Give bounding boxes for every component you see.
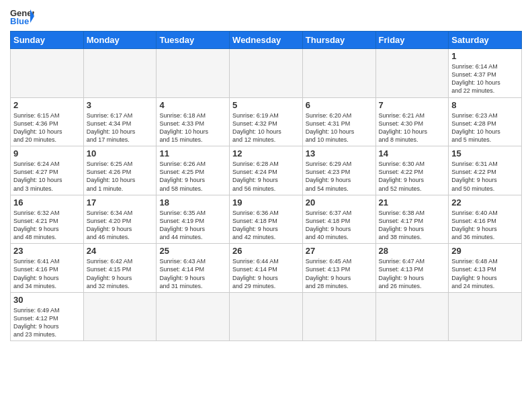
- day-number: 14: [379, 148, 446, 158]
- calendar-cell-w1-d5: 7Sunrise: 6:21 AM Sunset: 4:30 PM Daylig…: [375, 97, 449, 146]
- calendar-cell-w5-d3: [230, 292, 303, 341]
- day-number: 19: [232, 197, 300, 208]
- day-number: 11: [159, 148, 226, 158]
- day-info: Sunrise: 6:29 AM Sunset: 4:23 PM Dayligh…: [306, 160, 373, 193]
- calendar-cell-w5-d2: [157, 292, 230, 341]
- day-info: Sunrise: 6:25 AM Sunset: 4:26 PM Dayligh…: [87, 160, 154, 193]
- calendar-cell-w3-d6: 22Sunrise: 6:40 AM Sunset: 4:16 PM Dayli…: [449, 195, 522, 244]
- svg-text:Blue: Blue: [10, 16, 29, 26]
- day-number: 27: [306, 246, 373, 256]
- day-info: Sunrise: 6:43 AM Sunset: 4:14 PM Dayligh…: [159, 257, 226, 290]
- day-info: Sunrise: 6:20 AM Sunset: 4:31 PM Dayligh…: [306, 111, 373, 144]
- logo: General Blue: [10, 7, 34, 26]
- day-info: Sunrise: 6:30 AM Sunset: 4:22 PM Dayligh…: [379, 160, 446, 193]
- day-info: Sunrise: 6:37 AM Sunset: 4:18 PM Dayligh…: [306, 209, 373, 242]
- calendar-header-monday: Monday: [83, 32, 157, 49]
- calendar-week-4: 23Sunrise: 6:41 AM Sunset: 4:16 PM Dayli…: [11, 244, 522, 293]
- day-info: Sunrise: 6:41 AM Sunset: 4:16 PM Dayligh…: [13, 257, 81, 290]
- day-number: 7: [379, 100, 446, 110]
- calendar-cell-w2-d4: 13Sunrise: 6:29 AM Sunset: 4:23 PM Dayli…: [302, 146, 375, 195]
- calendar-cell-w0-d2: [157, 49, 230, 98]
- day-info: Sunrise: 6:24 AM Sunset: 4:27 PM Dayligh…: [13, 160, 81, 193]
- calendar-week-2: 9Sunrise: 6:24 AM Sunset: 4:27 PM Daylig…: [11, 146, 522, 195]
- calendar-cell-w5-d1: [83, 292, 157, 341]
- calendar-cell-w1-d0: 2Sunrise: 6:15 AM Sunset: 4:36 PM Daylig…: [11, 97, 84, 146]
- day-number: 12: [232, 148, 300, 158]
- calendar-week-5: 30Sunrise: 6:49 AM Sunset: 4:12 PM Dayli…: [11, 292, 522, 341]
- day-info: Sunrise: 6:34 AM Sunset: 4:20 PM Dayligh…: [87, 209, 154, 242]
- calendar-cell-w0-d1: [83, 49, 157, 98]
- day-info: Sunrise: 6:38 AM Sunset: 4:17 PM Dayligh…: [379, 209, 446, 242]
- calendar-cell-w1-d6: 8Sunrise: 6:23 AM Sunset: 4:28 PM Daylig…: [449, 97, 522, 146]
- calendar-header-sunday: Sunday: [11, 32, 84, 49]
- day-number: 28: [379, 246, 446, 256]
- calendar-cell-w3-d4: 20Sunrise: 6:37 AM Sunset: 4:18 PM Dayli…: [302, 195, 375, 244]
- day-number: 30: [13, 295, 81, 305]
- calendar-cell-w3-d1: 17Sunrise: 6:34 AM Sunset: 4:20 PM Dayli…: [83, 195, 157, 244]
- calendar-cell-w4-d0: 23Sunrise: 6:41 AM Sunset: 4:16 PM Dayli…: [11, 244, 84, 293]
- day-info: Sunrise: 6:15 AM Sunset: 4:36 PM Dayligh…: [13, 111, 81, 144]
- calendar-cell-w2-d6: 15Sunrise: 6:31 AM Sunset: 4:22 PM Dayli…: [449, 146, 522, 195]
- calendar-header-thursday: Thursday: [302, 32, 375, 49]
- day-number: 15: [451, 148, 519, 158]
- day-info: Sunrise: 6:49 AM Sunset: 4:12 PM Dayligh…: [13, 306, 81, 339]
- calendar-cell-w4-d1: 24Sunrise: 6:42 AM Sunset: 4:15 PM Dayli…: [83, 244, 157, 293]
- calendar-cell-w4-d6: 29Sunrise: 6:48 AM Sunset: 4:13 PM Dayli…: [449, 244, 522, 293]
- day-info: Sunrise: 6:47 AM Sunset: 4:13 PM Dayligh…: [379, 257, 446, 290]
- calendar-cell-w0-d6: 1Sunrise: 6:14 AM Sunset: 4:37 PM Daylig…: [449, 49, 522, 98]
- calendar-cell-w2-d2: 11Sunrise: 6:26 AM Sunset: 4:25 PM Dayli…: [157, 146, 230, 195]
- logo-icon: General Blue: [10, 7, 34, 26]
- day-number: 23: [13, 246, 81, 256]
- day-number: 9: [13, 148, 81, 158]
- header: General Blue: [10, 7, 522, 26]
- day-number: 20: [306, 197, 373, 208]
- calendar-cell-w2-d3: 12Sunrise: 6:28 AM Sunset: 4:24 PM Dayli…: [230, 146, 303, 195]
- calendar-cell-w3-d3: 19Sunrise: 6:36 AM Sunset: 4:18 PM Dayli…: [230, 195, 303, 244]
- day-info: Sunrise: 6:17 AM Sunset: 4:34 PM Dayligh…: [87, 111, 154, 144]
- day-info: Sunrise: 6:26 AM Sunset: 4:25 PM Dayligh…: [159, 160, 226, 193]
- calendar-cell-w1-d4: 6Sunrise: 6:20 AM Sunset: 4:31 PM Daylig…: [302, 97, 375, 146]
- day-number: 26: [232, 246, 300, 256]
- day-info: Sunrise: 6:44 AM Sunset: 4:14 PM Dayligh…: [232, 257, 300, 290]
- calendar-cell-w1-d2: 4Sunrise: 6:18 AM Sunset: 4:33 PM Daylig…: [157, 97, 230, 146]
- day-info: Sunrise: 6:48 AM Sunset: 4:13 PM Dayligh…: [451, 257, 519, 290]
- day-info: Sunrise: 6:45 AM Sunset: 4:13 PM Dayligh…: [306, 257, 373, 290]
- day-number: 16: [13, 197, 81, 208]
- day-info: Sunrise: 6:18 AM Sunset: 4:33 PM Dayligh…: [159, 111, 226, 144]
- day-info: Sunrise: 6:35 AM Sunset: 4:19 PM Dayligh…: [159, 209, 226, 242]
- calendar-cell-w2-d5: 14Sunrise: 6:30 AM Sunset: 4:22 PM Dayli…: [375, 146, 449, 195]
- page: General Blue SundayMondayTuesdayWednesda…: [0, 0, 532, 411]
- day-number: 6: [306, 100, 373, 110]
- day-number: 24: [87, 246, 154, 256]
- day-info: Sunrise: 6:36 AM Sunset: 4:18 PM Dayligh…: [232, 209, 300, 242]
- calendar-cell-w3-d0: 16Sunrise: 6:32 AM Sunset: 4:21 PM Dayli…: [11, 195, 84, 244]
- calendar-cell-w3-d5: 21Sunrise: 6:38 AM Sunset: 4:17 PM Dayli…: [375, 195, 449, 244]
- calendar-cell-w4-d3: 26Sunrise: 6:44 AM Sunset: 4:14 PM Dayli…: [230, 244, 303, 293]
- calendar-cell-w4-d2: 25Sunrise: 6:43 AM Sunset: 4:14 PM Dayli…: [157, 244, 230, 293]
- day-number: 5: [232, 100, 300, 110]
- calendar-cell-w2-d1: 10Sunrise: 6:25 AM Sunset: 4:26 PM Dayli…: [83, 146, 157, 195]
- day-number: 10: [87, 148, 154, 158]
- day-number: 25: [159, 246, 226, 256]
- day-number: 21: [379, 197, 446, 208]
- calendar-header-row: SundayMondayTuesdayWednesdayThursdayFrid…: [11, 32, 522, 49]
- calendar-header-tuesday: Tuesday: [157, 32, 230, 49]
- day-info: Sunrise: 6:42 AM Sunset: 4:15 PM Dayligh…: [87, 257, 154, 290]
- calendar: SundayMondayTuesdayWednesdayThursdayFrid…: [10, 31, 522, 341]
- calendar-cell-w5-d6: [449, 292, 522, 341]
- calendar-cell-w0-d0: [11, 49, 84, 98]
- day-info: Sunrise: 6:23 AM Sunset: 4:28 PM Dayligh…: [451, 111, 519, 144]
- calendar-cell-w5-d0: 30Sunrise: 6:49 AM Sunset: 4:12 PM Dayli…: [11, 292, 84, 341]
- day-info: Sunrise: 6:40 AM Sunset: 4:16 PM Dayligh…: [451, 209, 519, 242]
- calendar-cell-w4-d4: 27Sunrise: 6:45 AM Sunset: 4:13 PM Dayli…: [302, 244, 375, 293]
- calendar-week-3: 16Sunrise: 6:32 AM Sunset: 4:21 PM Dayli…: [11, 195, 522, 244]
- calendar-week-0: 1Sunrise: 6:14 AM Sunset: 4:37 PM Daylig…: [11, 49, 522, 98]
- day-number: 4: [159, 100, 226, 110]
- day-info: Sunrise: 6:31 AM Sunset: 4:22 PM Dayligh…: [451, 160, 519, 193]
- day-number: 18: [159, 197, 226, 208]
- calendar-cell-w2-d0: 9Sunrise: 6:24 AM Sunset: 4:27 PM Daylig…: [11, 146, 84, 195]
- day-number: 13: [306, 148, 373, 158]
- calendar-cell-w3-d2: 18Sunrise: 6:35 AM Sunset: 4:19 PM Dayli…: [157, 195, 230, 244]
- day-number: 2: [13, 100, 81, 110]
- day-number: 3: [87, 100, 154, 110]
